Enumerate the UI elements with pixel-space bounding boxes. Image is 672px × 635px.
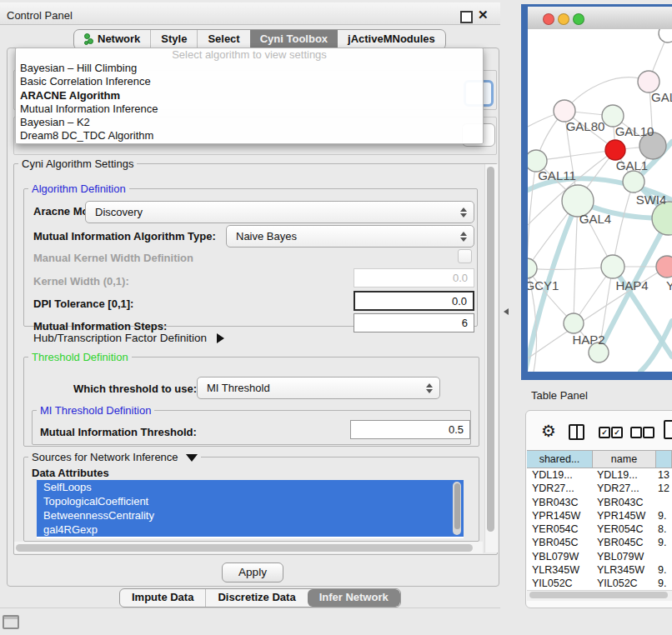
node-salmon[interactable] [656, 256, 672, 278]
settings-horizontal-scrollbar-thumb[interactable] [16, 544, 473, 552]
divider [0, 608, 500, 608]
list-item-betweennesscentrality[interactable]: BetweennessCentrality [37, 508, 464, 522]
mi-type-combo[interactable]: Naive Bayes [226, 225, 474, 248]
hub-definition-label: Hub/Transcription Factor Definition [33, 332, 207, 344]
tab-cyni-toolbox-label: Cyni Toolbox [260, 32, 328, 45]
settings-vertical-scrollbar-thumb[interactable] [487, 167, 494, 532]
checked-checkbox-icon[interactable]: ✓ [611, 427, 623, 438]
mi-threshold-definition-title: MI Threshold Definition [37, 404, 154, 417]
list-item-selfloops[interactable]: SelfLoops [37, 480, 464, 494]
table-cell: YPR145W [527, 509, 592, 522]
table-horizontal-scrollbar-thumb[interactable] [529, 592, 668, 598]
node-big-right[interactable] [652, 202, 672, 235]
popup-item-bayesian-hill-climbing[interactable]: Bayesian – Hill Climbing [16, 62, 483, 75]
table-cell: YIL052C [527, 577, 592, 590]
table-panel-title: Table Panel [531, 389, 588, 402]
table-cell: YBR045C [527, 536, 592, 549]
checked-checkbox-icon[interactable]: ✓ [599, 427, 610, 438]
node-hap2[interactable] [564, 313, 584, 333]
table-row[interactable]: YBR045CYBR045C9. [527, 536, 672, 549]
close-icon[interactable]: ✕ [478, 8, 489, 22]
node-hap4[interactable] [601, 255, 624, 278]
node-top-right[interactable] [659, 29, 672, 42]
network-graph[interactable]: GALGAL80GAL10GAL1GAL11SWI4GAL4GCY1HAP4YH… [528, 29, 672, 372]
docked-panel-icon[interactable] [3, 615, 19, 629]
attributes-list-scrollbar-thumb[interactable] [454, 483, 460, 529]
minimize-traffic-light-icon[interactable] [558, 13, 569, 25]
manual-kernel-checkbox[interactable] [458, 249, 472, 263]
network-edge[interactable] [564, 78, 649, 111]
node-label: GAL1 [616, 158, 648, 172]
network-canvas[interactable]: GALGAL80GAL10GAL1GAL11SWI4GAL4GCY1HAP4YH… [528, 29, 672, 372]
tab-impute-data[interactable]: Impute Data [120, 589, 205, 607]
column-header-name[interactable]: name [593, 451, 656, 468]
table-row[interactable]: YDL19...YDL19...13 [527, 468, 672, 482]
popup-item-aracne[interactable]: ARACNE Algorithm [16, 89, 483, 102]
data-attributes-list: SelfLoops TopologicalCoefficient Between… [37, 480, 464, 538]
popup-item-basic-correlation[interactable]: Basic Correlation Inference [16, 75, 483, 88]
node-gcy1[interactable] [528, 258, 537, 278]
tab-cyni-toolbox[interactable]: Cyni Toolbox [250, 30, 338, 49]
popup-item-dream8[interactable]: Dream8 DC_TDC Algorithm [16, 129, 483, 142]
which-threshold-combo[interactable]: MI Threshold [197, 377, 440, 399]
dpi-tolerance-field[interactable]: 0.0 [354, 291, 474, 311]
column-header-cut[interactable] [656, 451, 672, 468]
tab-jactivemnodules[interactable]: jActiveMNodules [338, 30, 445, 49]
table-row[interactable]: YPR145WYPR145W9. [527, 509, 672, 522]
collapsed-arrow-icon [217, 333, 224, 343]
tab-style[interactable]: Style [150, 30, 197, 49]
gear-icon[interactable]: ⚙ [541, 421, 556, 441]
popup-item-mutual-information[interactable]: Mutual Information Inference [16, 102, 483, 116]
list-item-topologicalcoefficient[interactable]: TopologicalCoefficient [37, 494, 464, 508]
network-window-titlebar[interactable] [528, 7, 672, 30]
table-body: YDL19...YDL19...13YDR27...YDR27...12YBR0… [527, 468, 672, 591]
document-icon[interactable] [664, 420, 672, 439]
network-edge[interactable] [528, 267, 613, 269]
apply-button[interactable]: Apply [222, 562, 283, 582]
splitter-collapse-icon[interactable] [504, 308, 509, 315]
list-item-gal4rgexp[interactable]: gal4RGexp [37, 522, 464, 537]
table-row[interactable]: YER054CYER054C8. [527, 522, 672, 536]
aracne-mode-combo[interactable]: Discovery [85, 201, 474, 223]
network-edge[interactable] [528, 161, 536, 268]
network-edge[interactable] [574, 201, 578, 323]
table-cell [654, 550, 672, 563]
table-cell: YDL19... [592, 468, 654, 482]
tab-network[interactable]: Network [74, 30, 150, 49]
settings-group-title: Cyni Algorithm Settings [18, 158, 137, 170]
node-label: GAL80 [566, 119, 605, 133]
hub-definition-toggle[interactable]: Hub/Transcription Factor Definition [33, 332, 224, 344]
node-label: GAL10 [615, 124, 654, 138]
network-edge[interactable] [613, 182, 634, 267]
column-header-shared[interactable]: shared... [527, 451, 593, 468]
node-label: GCY1 [528, 278, 559, 292]
dpi-tolerance-label: DPI Tolerance [0,1]: [33, 298, 133, 310]
zoom-traffic-light-icon[interactable] [573, 13, 584, 25]
sources-group-title[interactable]: Sources for Network Inference [28, 451, 201, 463]
popup-item-bayesian-k2[interactable]: Bayesian – K2 [16, 116, 483, 129]
table-row[interactable]: YDR27...YDR27...12 [527, 482, 672, 495]
tab-infer-network[interactable]: Infer Network [308, 589, 400, 607]
which-threshold-value: MI Threshold [198, 382, 425, 394]
tab-style-label: Style [161, 32, 187, 45]
table-row[interactable]: YLR345WYLR345W9. [527, 563, 672, 577]
table-row[interactable]: YIL052CYIL052C9. [527, 577, 672, 590]
unchecked-checkbox-icon[interactable] [643, 427, 654, 438]
table-cell: YER054C [527, 522, 592, 536]
close-traffic-light-icon[interactable] [543, 13, 554, 25]
columns-icon[interactable] [569, 424, 584, 440]
tab-discretize-data[interactable]: Discretize Data [205, 589, 307, 607]
mi-steps-field[interactable]: 6 [354, 313, 474, 332]
restore-icon[interactable] [460, 11, 473, 23]
node-swi4[interactable] [623, 171, 644, 192]
node-gal1-red[interactable] [605, 140, 625, 160]
unchecked-checkbox-icon[interactable] [630, 427, 642, 438]
mi-threshold-field[interactable]: 0.5 [350, 420, 470, 439]
table-row[interactable]: YBL079WYBL079W [527, 550, 672, 563]
tab-select[interactable]: Select [197, 30, 249, 49]
kernel-width-field[interactable]: 0.0 [354, 268, 474, 288]
mi-steps-label: Mutual Information Steps: [33, 320, 167, 332]
table-cell: YDR27... [527, 482, 592, 495]
table-cell: YBL079W [592, 550, 654, 563]
table-row[interactable]: YBR043CYBR043C [527, 496, 672, 509]
